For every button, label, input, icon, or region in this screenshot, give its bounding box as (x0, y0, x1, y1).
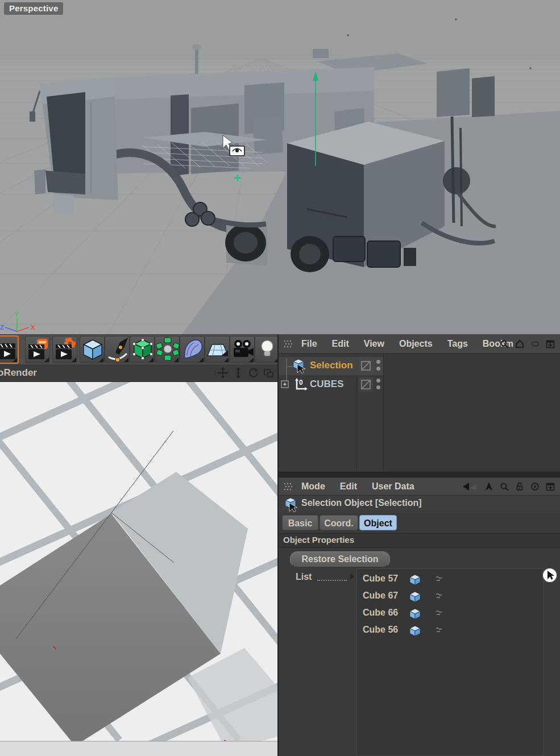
object-row-cubes[interactable]: 0 CUBES (279, 376, 383, 394)
rotate-icon[interactable] (248, 367, 259, 379)
cloner-button[interactable] (155, 336, 180, 363)
add-panel-icon[interactable] (545, 339, 555, 349)
pick-object-button[interactable] (542, 568, 557, 583)
selection-list-box[interactable]: Cube 57 Cube 67 Cube 66 Cube 56 (356, 568, 544, 756)
section-title: Object Properties (283, 535, 354, 545)
lock-icon[interactable] (515, 481, 525, 492)
light-button[interactable] (255, 336, 280, 363)
spline-pen-button[interactable] (105, 336, 130, 363)
panel-divider[interactable] (279, 472, 560, 477)
submenu-corner (149, 358, 154, 362)
object-state-badge (435, 576, 442, 583)
restore-selection-button[interactable]: Restore Selection (290, 551, 390, 567)
submenu-corner (199, 358, 204, 362)
right-panel: File Edit View Objects Tags Bookm Select… (277, 334, 560, 756)
add-panel-icon[interactable] (545, 481, 555, 492)
render-view-label[interactable]: oRender (0, 367, 37, 379)
svg-text:0: 0 (299, 379, 303, 387)
submenu-corner (224, 358, 229, 362)
search-icon[interactable] (499, 339, 509, 349)
submenu-corner (174, 358, 179, 362)
visibility-icon[interactable] (530, 339, 540, 349)
visibility-dots[interactable] (376, 379, 380, 389)
object-name[interactable]: CUBES (310, 379, 344, 390)
am-menu-userdata[interactable]: User Data (372, 481, 414, 492)
om-menu-objects[interactable]: Objects (399, 339, 433, 349)
cube-object-icon (409, 625, 421, 637)
submenu-corner (124, 358, 128, 362)
layer-swatch[interactable] (359, 359, 374, 373)
cube-object-icon (409, 591, 421, 603)
add-cube-primitive-button[interactable] (80, 336, 105, 363)
tab-coord[interactable]: Coord. (320, 515, 358, 530)
perspective-viewport[interactable]: Y X Z Perspective (0, 0, 560, 334)
viewport-scene: Y X Z (0, 0, 560, 334)
om-menu-tags[interactable]: Tags (447, 339, 468, 349)
home-icon[interactable] (515, 339, 525, 349)
list-item-label[interactable]: Cube 56 (363, 625, 398, 635)
expand-icon[interactable] (281, 380, 289, 389)
list-item[interactable]: Cube 56 (357, 622, 543, 639)
am-menu-mode[interactable]: Mode (301, 481, 325, 492)
selection-object-icon (292, 359, 307, 373)
target-icon[interactable] (530, 481, 540, 492)
list-item[interactable]: Cube 57 (357, 571, 543, 588)
null-object-icon: 0 (293, 377, 308, 392)
list-item[interactable]: Cube 67 (357, 588, 543, 605)
floor-button[interactable] (205, 336, 230, 363)
list-item-label[interactable]: Cube 57 (363, 574, 398, 584)
panel-grip-icon[interactable] (283, 482, 293, 491)
list-item-label[interactable]: Cube 66 (363, 608, 398, 618)
render-to-picture-viewer-button[interactable] (25, 336, 50, 363)
object-manager-tree[interactable]: Selection 0 CUBES (279, 354, 560, 472)
om-menu-file[interactable]: File (301, 339, 317, 349)
submenu-corner (13, 358, 17, 362)
camera-button[interactable] (230, 336, 255, 363)
section-header[interactable]: Object Properties (279, 533, 560, 548)
search-icon[interactable] (499, 481, 509, 492)
tab-basic[interactable]: Basic (282, 515, 318, 530)
pan-icon[interactable] (217, 367, 229, 379)
axis-x-label: X (31, 324, 35, 331)
visibility-dots[interactable] (376, 360, 380, 371)
object-state-badge (435, 627, 442, 634)
am-menu-edit[interactable]: Edit (340, 481, 357, 492)
layer-swatch[interactable] (359, 377, 374, 392)
deformer-button[interactable] (180, 336, 205, 363)
attribute-manager-menubar: Mode Edit User Data (279, 477, 560, 496)
viewport-camera-label[interactable]: Perspective (4, 2, 63, 15)
render-view-button[interactable] (0, 336, 18, 363)
edit-render-settings-button[interactable] (52, 336, 77, 363)
list-item-label[interactable]: Cube 67 (363, 591, 398, 601)
render-scene (0, 382, 277, 756)
list-parameter-label: List (296, 572, 312, 582)
submenu-corner (99, 358, 103, 362)
cube-object-icon (409, 608, 421, 620)
attribute-tabs: Basic Coord. Object (279, 513, 560, 532)
panel-grip-icon[interactable] (283, 339, 293, 348)
axis-y-label: Y (14, 311, 19, 318)
subdivision-surface-button[interactable] (130, 336, 155, 363)
submenu-corner (72, 358, 76, 362)
object-row-selection[interactable]: Selection (279, 357, 383, 375)
om-menu-view[interactable]: View (364, 339, 384, 349)
render-view-titlebar: oRender (0, 364, 277, 382)
dotted-leader (317, 580, 347, 581)
object-name[interactable]: Selection (310, 360, 353, 371)
parameter-arrow-icon[interactable] (350, 573, 354, 580)
list-item[interactable]: Cube 66 (357, 605, 543, 622)
render-viewport[interactable] (0, 382, 277, 756)
back-icon[interactable] (462, 481, 479, 492)
cube-object-icon (409, 574, 421, 585)
up-arrow-icon[interactable] (484, 481, 494, 492)
om-menu-edit[interactable]: Edit (332, 339, 349, 349)
zoom-icon[interactable] (233, 367, 244, 379)
object-state-badge (435, 610, 442, 617)
axis-z-label: Z (0, 324, 4, 331)
object-state-badge (435, 593, 442, 600)
submenu-corner (249, 358, 254, 362)
attribute-object-title-row: Selection Object [Selection] (279, 496, 560, 513)
submenu-corner (44, 358, 49, 362)
tab-object[interactable]: Object (359, 515, 397, 530)
toggle-panel-icon[interactable] (263, 367, 275, 379)
